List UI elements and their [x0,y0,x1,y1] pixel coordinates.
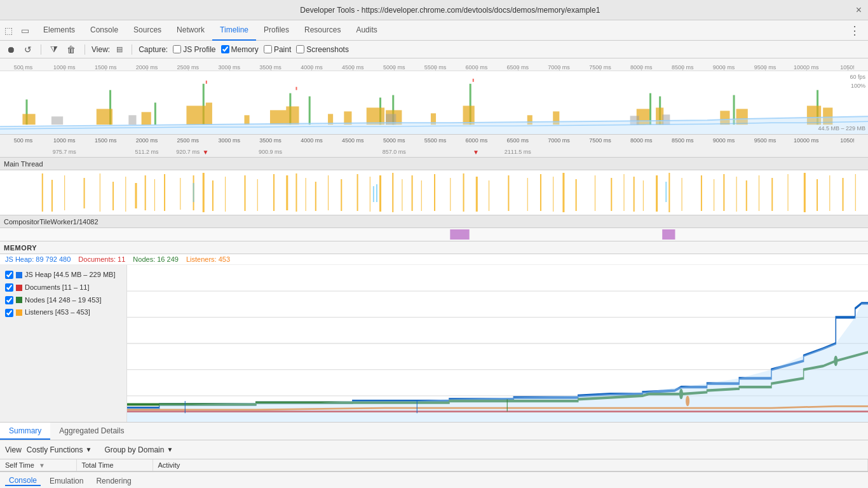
tick-6000: 6000 ms [456,64,497,71]
svg-rect-73 [402,179,402,211]
col-total-time[interactable]: Total Time [76,459,153,471]
screenshots-checkbox[interactable] [296,45,304,53]
tab-sources[interactable]: Sources [126,20,169,41]
overview-panel[interactable]: 60 fps 100% 44.5 MB – 229 MB [0,71,868,135]
capture-memory[interactable]: Memory [221,45,259,54]
legend-documents-checkbox[interactable] [5,283,13,292]
svg-rect-100 [759,175,759,211]
svg-rect-77 [450,178,451,211]
tab-audits[interactable]: Audits [348,20,384,41]
legend-js-heap[interactable]: JS Heap [44.5 MB – 229 MB] [5,269,121,281]
view-mode-icon[interactable]: ▤ [114,44,125,55]
svg-rect-53 [154,179,155,211]
data-table-container[interactable]: Self Time ▼ Total Time Activity [0,459,868,471]
svg-rect-88 [611,178,612,211]
tab-timeline[interactable]: Timeline [212,20,256,41]
record-button[interactable]: ⏺ [4,43,18,56]
inspect-icon[interactable]: ⬚ [3,25,14,36]
view-select-label: Costly Functions [27,445,83,454]
col-activity[interactable]: Activity [153,459,868,471]
r2-500: 500 ms [3,137,44,144]
svg-rect-85 [562,173,564,212]
svg-rect-16 [22,114,35,125]
paint-label: Paint [274,45,291,54]
tick-5500: 5500 ms [415,64,456,71]
svg-rect-102 [788,174,789,211]
col-self-time[interactable]: Self Time ▼ [0,459,76,471]
capture-screenshots[interactable]: Screenshots [296,45,349,54]
tick-5000: 5000 ms [374,64,415,71]
legend-listeners[interactable]: Listeners [453 – 453] [5,306,121,319]
svg-rect-87 [595,175,595,211]
timeline-ruler-2: 500 ms 1000 ms 1500 ms 2000 ms 2500 ms 3… [0,135,868,158]
tab-profiles[interactable]: Profiles [256,20,297,41]
refresh-record-button[interactable]: ↺ [22,43,34,56]
legend-js-heap-checkbox[interactable] [5,271,13,279]
legend-nodes[interactable]: Nodes [14 248 – 19 453] [5,294,121,307]
js-profile-checkbox[interactable] [173,45,181,53]
memory-info-bar: JS Heap: 89 792 480 Documents: 11 Nodes:… [0,254,868,265]
tab-aggregated[interactable]: Aggregated Details [50,423,133,440]
legend-nodes-checkbox[interactable] [5,296,13,304]
svg-rect-110 [376,184,377,202]
memory-checkbox[interactable] [221,45,229,53]
r2-5000: 5000 ms [374,137,415,144]
svg-rect-93 [668,173,670,212]
filter-button[interactable]: ⧩ [48,43,60,56]
clear-button[interactable]: 🗑 [64,43,78,56]
bottom-section: Summary Aggregated Details View Costly F… [0,423,868,471]
view-select-arrow: ▼ [86,446,92,453]
capture-paint[interactable]: Paint [264,45,291,54]
compositor-content[interactable] [0,228,868,241]
tick-6500: 6500 ms [497,64,538,71]
tick-3500: 3500 ms [250,64,291,71]
svg-rect-79 [476,177,478,212]
capture-js-profile[interactable]: JS Profile [173,45,215,54]
r2b-5: 920.7 ms ▼ [167,149,208,155]
ruler-ticks-top: 500 ms 1000 ms 1500 ms 2000 ms 2500 ms 3… [0,58,868,71]
device-icon[interactable]: ▭ [19,25,31,36]
capture-group: Capture: JS Profile Memory Paint Screens… [139,45,349,54]
tab-summary[interactable]: Summary [0,423,50,440]
self-time-filter-icon[interactable]: ▼ [39,462,45,469]
data-table: Self Time ▼ Total Time Activity [0,459,868,471]
tab-network[interactable]: Network [169,20,212,41]
nodes-stat: Nodes: 16 249 [133,255,179,263]
r2-2000: 2000 ms [126,137,168,144]
tab-console[interactable]: Console [83,20,126,41]
tick-7500: 7500 ms [580,64,621,71]
svg-rect-52 [145,175,146,210]
svg-rect-4 [206,81,207,84]
svg-rect-7 [309,97,311,125]
js-profile-label: JS Profile [183,45,215,54]
main-thread-header: Main Thread [0,158,868,170]
paint-checkbox[interactable] [264,45,272,53]
svg-rect-51 [135,183,137,208]
close-button[interactable]: × [856,4,862,16]
legend-documents[interactable]: Documents [11 – 11] [5,281,121,294]
memory-chart-area[interactable] [127,265,868,422]
main-thread-label: Main Thread [4,160,43,168]
svg-rect-45 [51,180,53,212]
compositor-flame [0,228,868,241]
view-select[interactable]: Costly Functions ▼ [27,445,92,454]
console-tab-emulation[interactable]: Emulation [46,477,87,485]
r2b-4: 511.2 ms [126,149,168,155]
svg-rect-109 [373,186,374,202]
svg-rect-70 [370,177,370,212]
group-by-select[interactable]: Group by Domain ▼ [104,445,173,454]
main-thread-content[interactable] [0,170,868,215]
memory-section: MEMORY JS Heap: 89 792 480 Documents: 11… [0,241,868,423]
tab-elements[interactable]: Elements [36,20,83,41]
toolbar-separator-3 [132,44,132,55]
console-tab-rendering[interactable]: Rendering [92,477,135,485]
tab-bar: ⬚ ▭ Elements Console Sources Network Tim… [0,20,868,41]
svg-rect-12 [649,93,651,125]
svg-rect-86 [576,179,577,211]
tick-8000: 8000 ms [621,64,662,71]
more-tabs-button[interactable]: ⋮ [844,24,865,37]
tab-resources[interactable]: Resources [297,20,348,41]
compositor-section: CompositorTileWorker1/14082 [0,215,868,241]
legend-listeners-checkbox[interactable] [5,309,13,317]
console-tab-console[interactable]: Console [5,476,41,486]
